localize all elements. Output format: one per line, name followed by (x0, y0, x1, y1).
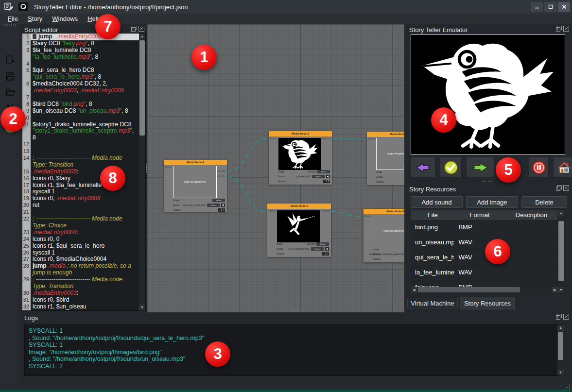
float-icon[interactable] (556, 314, 562, 320)
scroll-left-arrow[interactable]: ◀ (411, 287, 417, 293)
scroll-up-arrow[interactable]: ▲ (558, 210, 564, 216)
scroll-up-arrow[interactable]: ▲ (139, 34, 145, 39)
column-header-description[interactable]: Description (505, 210, 558, 220)
script-canvas-splitter[interactable] (145, 163, 147, 173)
save-button[interactable] (4, 70, 16, 82)
close-icon[interactable] (139, 26, 144, 32)
float-icon[interactable] (556, 26, 562, 32)
menu-windows[interactable]: Windows (47, 14, 83, 24)
scroll-down-arrow[interactable]: ▼ (558, 287, 564, 293)
table-row[interactable]: fairy.pngBMP (411, 280, 558, 287)
select-image-button[interactable]: Select (317, 170, 330, 173)
menu-file[interactable]: File (3, 14, 23, 24)
script-editor-scrollbar[interactable]: ▲▼ (139, 34, 145, 310)
close-icon[interactable] (563, 26, 569, 32)
node-graph-canvas[interactable]: Media Node 4Port InPort OutPort OutImage… (147, 24, 404, 312)
speaker-icon[interactable] (221, 204, 225, 207)
speaker-icon[interactable] (325, 247, 329, 251)
port-in[interactable]: Port In (365, 215, 371, 218)
media-node[interactable]: Media Node 5Port InPort OutImagefairy.pn… (267, 204, 331, 257)
scroll-thumb[interactable] (139, 40, 145, 136)
close-icon[interactable] (563, 314, 569, 320)
menu-story[interactable]: Story (23, 14, 47, 24)
port-in[interactable]: Port In (368, 138, 375, 140)
media-node[interactable]: Media Node 3Port InPort OutImagebird.png… (269, 131, 332, 185)
table-row[interactable]: bird.pngBMP (411, 220, 558, 235)
scroll-thumb[interactable] (558, 332, 563, 360)
scroll-thumb[interactable] (558, 221, 564, 281)
table-row[interactable]: qui_sera_le_h…WAV (411, 250, 558, 265)
back-button[interactable] (411, 157, 435, 178)
scroll-down-arrow[interactable]: ▼ (557, 370, 564, 375)
close-button[interactable] (558, 2, 570, 12)
select-sound-button[interactable]: Select (312, 175, 325, 178)
port-in[interactable]: Port In (270, 137, 277, 140)
column-header-format[interactable]: Format (454, 210, 505, 220)
toolbar-drag-handle[interactable] (3, 23, 17, 27)
port-in[interactable]: Port In (165, 166, 172, 169)
line-text: jump .mediaEntry0004 (31, 34, 139, 40)
outputs-spinner[interactable]: 1▲▼ (323, 180, 330, 183)
line-text: Type: Choice (31, 222, 67, 229)
table-row[interactable]: la_fee_lumine…WAV (411, 265, 558, 280)
outputs-label: Outputs (173, 209, 181, 211)
line-number: 24 (22, 236, 31, 243)
add-sound-button[interactable]: Add sound (411, 196, 463, 208)
open-button[interactable] (4, 86, 16, 98)
select-sound-button[interactable]: Select (207, 204, 220, 207)
column-header-file[interactable]: File (411, 210, 454, 220)
outputs-spinner[interactable]: 2▲▼ (218, 208, 225, 212)
port-out[interactable]: Port Out (217, 170, 225, 172)
pause-button[interactable] (529, 157, 549, 178)
title-bar[interactable]: StoryTeller Editor - /home/anthony/ostpr… (0, 0, 572, 14)
maximize-button[interactable] (544, 2, 556, 12)
add-image-button[interactable]: Add image (466, 196, 518, 208)
select-image-button[interactable]: Select (316, 242, 329, 246)
node-connection-wire[interactable] (332, 139, 366, 139)
line-text: syscall 1 (31, 250, 55, 256)
port-out[interactable]: Port Out (217, 175, 225, 178)
outputs-label: Outputs (376, 181, 384, 183)
log-scrollbar[interactable]: ▲▼ (557, 325, 564, 375)
scroll-thumb[interactable] (418, 287, 520, 292)
table-hscrollbar[interactable]: ◀▶ (411, 287, 558, 293)
home-button[interactable] (553, 157, 572, 178)
outputs-spinner[interactable]: 1▲▼ (322, 252, 329, 256)
port-in[interactable]: Port In (269, 210, 275, 212)
next-button[interactable] (466, 157, 494, 178)
media-node[interactable]: Media Node 4Port InPort OutPort OutImage… (164, 160, 227, 212)
minimize-button[interactable] (531, 2, 543, 12)
table-vscrollbar[interactable]: ▲▼ (558, 210, 565, 293)
line-number: 25 (22, 243, 31, 250)
select-image-button[interactable]: Select (212, 199, 225, 202)
script-editor[interactable]: 1jump .mediaEntry00042$fairy DC8 "fairy.… (22, 33, 146, 311)
scroll-right-arrow[interactable]: ▶ (552, 287, 558, 293)
node-connection-wire[interactable] (227, 177, 265, 211)
validate-button[interactable] (440, 157, 462, 178)
port-out[interactable]: Port Out (322, 137, 330, 140)
tab-virtual-machine[interactable]: Virtual Machine (407, 298, 458, 308)
float-icon[interactable] (556, 185, 562, 191)
node-connection-wire[interactable] (227, 139, 267, 171)
media-node[interactable]: Media Node 7Port InPort OutImage will ap… (367, 132, 404, 185)
float-icon[interactable] (131, 26, 137, 32)
close-icon[interactable] (563, 185, 569, 191)
select-sound-button[interactable]: Select (311, 247, 324, 251)
delete-button[interactable]: Delete (521, 196, 567, 208)
table-row[interactable]: un_oiseau.mp3WAV (411, 235, 558, 250)
scroll-up-arrow[interactable]: ▲ (557, 325, 564, 331)
canvas-emulator-splitter[interactable] (403, 163, 405, 173)
tab-story-resources[interactable]: Story Resources (460, 297, 515, 309)
emulator-splitter-handle[interactable] (482, 180, 492, 182)
cell-file: bird.png (411, 220, 454, 235)
image-placeholder: Image will appear here (373, 215, 404, 247)
media-node[interactable]: Media Node 6Port InPort OutImage will ap… (364, 209, 404, 262)
node-connection-wire[interactable] (331, 211, 363, 217)
new-script-button[interactable] (4, 54, 16, 66)
speaker-icon[interactable] (326, 175, 330, 178)
canvas-logs-splitter[interactable] (292, 310, 301, 312)
log-output[interactable]: SYSCALL: 1, Sound: "/home/anthony/ostpro… (24, 324, 564, 376)
port-out[interactable]: Port Out (321, 210, 329, 212)
line-number (22, 128, 31, 135)
scroll-down-arrow[interactable]: ▼ (139, 305, 145, 310)
